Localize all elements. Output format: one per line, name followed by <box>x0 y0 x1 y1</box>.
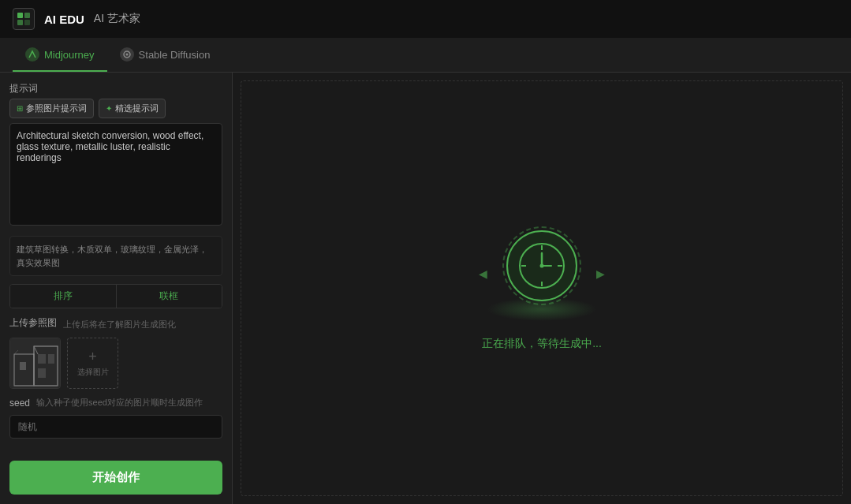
prompt-buttons: ⊞ 参照图片提示词 ✦ 精选提示词 <box>9 99 222 118</box>
app-title: AI EDU <box>44 13 84 26</box>
svg-rect-0 <box>17 13 23 18</box>
midjourney-tab-icon <box>25 47 39 62</box>
upload-add-btn[interactable]: + 选择图片 <box>67 338 118 389</box>
chinese-prompt-text: 建筑草图转换，木质双单，玻璃纹理，金属光泽，真实效果图 <box>17 245 207 267</box>
top-navigation: AI EDU AI 艺术家 <box>0 0 851 38</box>
clock-face <box>506 230 577 301</box>
sample-image-btn[interactable]: ⊞ 参照图片提示词 <box>9 99 94 118</box>
upload-images: + 选择图片 <box>9 338 222 389</box>
prompt-textarea[interactable]: Architectural sketch conversion, wood ef… <box>9 123 222 226</box>
svg-point-23 <box>540 263 544 267</box>
seed-input[interactable] <box>9 415 222 439</box>
waiting-text: 正在排队，等待生成中... <box>482 337 602 351</box>
waiting-container: ◀ ▶ <box>479 226 605 351</box>
arrow-left-icon: ◀ <box>479 267 487 280</box>
tab-stable-diffusion[interactable]: Stable Diffusion <box>107 37 223 72</box>
clock-svg <box>518 242 565 289</box>
midjourney-tab-label: Midjourney <box>44 49 95 61</box>
join-btn[interactable]: 联框 <box>116 285 222 308</box>
upload-hint: 上传后将在了解图片生成图化 <box>63 319 176 330</box>
svg-rect-10 <box>38 354 46 364</box>
tab-midjourney[interactable]: Midjourney <box>13 37 107 72</box>
tab-bar: Midjourney Stable Diffusion <box>0 38 851 73</box>
right-panel: ◀ ▶ <box>241 80 843 496</box>
main-layout: 提示词 ⊞ 参照图片提示词 ✦ 精选提示词 Architectural sket… <box>0 73 851 504</box>
svg-rect-11 <box>48 354 54 364</box>
svg-point-5 <box>125 54 128 56</box>
prompt-section: 提示词 ⊞ 参照图片提示词 ✦ 精选提示词 Architectural sket… <box>9 82 222 228</box>
app-subtitle: AI 艺术家 <box>94 12 140 26</box>
uploaded-image-thumb <box>9 338 61 389</box>
stable-diffusion-tab-icon <box>120 47 134 62</box>
seed-section: seed 输入种子使用seed对应的图片顺时生成图作 <box>9 397 222 439</box>
svg-rect-12 <box>38 368 46 378</box>
plus-icon: + <box>88 349 97 365</box>
clock-shadow <box>487 297 597 321</box>
arrow-right-icon: ▶ <box>596 267 605 280</box>
select-image-label: 选择图片 <box>77 367 109 378</box>
stable-diffusion-tab-label: Stable Diffusion <box>139 49 211 61</box>
prompt-label: 提示词 <box>9 82 222 95</box>
image-icon: ⊞ <box>17 104 23 113</box>
svg-rect-3 <box>24 20 30 25</box>
chinese-prompt: 建筑草图转换，木质双单，玻璃纹理，金属光泽，真实效果图 <box>9 236 222 276</box>
upload-section: 上传参照图 上传后将在了解图片生成图化 <box>9 316 222 389</box>
svg-rect-1 <box>24 13 30 18</box>
sample-select-btn[interactable]: ✦ 精选提示词 <box>99 99 166 118</box>
star-icon: ✦ <box>106 104 112 113</box>
clock-graphic: ◀ ▶ <box>479 226 605 321</box>
sample-image-label: 参照图片提示词 <box>26 103 87 114</box>
sample-select-label: 精选提示词 <box>115 103 159 114</box>
svg-rect-9 <box>20 362 26 370</box>
app-logo <box>13 8 35 30</box>
create-button[interactable]: 开始创作 <box>9 461 222 495</box>
upload-label-row: 上传参照图 上传后将在了解图片生成图化 <box>9 316 222 333</box>
upload-label: 上传参照图 <box>9 316 57 330</box>
sort-btn[interactable]: 排序 <box>10 285 116 308</box>
left-panel: 提示词 ⊞ 参照图片提示词 ✦ 精选提示词 Architectural sket… <box>0 73 233 504</box>
seed-hint: 输入种子使用seed对应的图片顺时生成图作 <box>36 397 203 409</box>
svg-rect-2 <box>17 20 23 25</box>
seed-label: seed <box>9 398 30 409</box>
translate-buttons: 排序 联框 <box>9 284 222 308</box>
